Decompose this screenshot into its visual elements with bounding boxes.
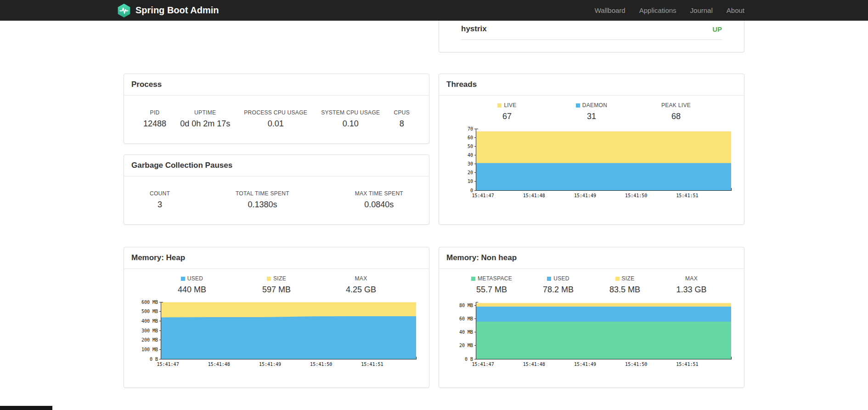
svg-text:15:41:47: 15:41:47 (157, 362, 179, 367)
svg-text:400 MB: 400 MB (141, 319, 158, 324)
metric-gc-max-time: MAX TIME SPENT 0.0840s (355, 190, 403, 210)
brand-title: Spring Boot Admin (135, 5, 219, 16)
navbar-inner: Spring Boot Admin Wallboard Applications… (124, 0, 744, 21)
metric-pid: PID 12488 (143, 109, 166, 129)
svg-text:15:41:48: 15:41:48 (523, 362, 545, 367)
health-service-name: hystrix (461, 24, 487, 34)
svg-text:15:41:48: 15:41:48 (208, 362, 230, 367)
memory-heap-chart: 0 B100 MB200 MB300 MB400 MB500 MB600 MB1… (131, 299, 421, 369)
main-content: hystrix UP Process PID 12488 UPTIME 0d 0… (124, 21, 744, 388)
memory-nonheap-body: METASPACE 55.7 MB USED 78.2 MB (439, 269, 744, 387)
svg-text:15:41:49: 15:41:49 (574, 193, 596, 198)
svg-text:40 MB: 40 MB (459, 330, 473, 335)
threads-panel: Threads LIVE 67 DAEMON (439, 74, 744, 225)
svg-text:15:41:48: 15:41:48 (523, 193, 545, 198)
gc-panel-title: Garbage Collection Pauses (124, 155, 429, 177)
nav-links: Wallboard Applications Journal About (595, 6, 744, 14)
svg-text:30: 30 (468, 161, 473, 166)
status-badge: UP (712, 25, 722, 33)
svg-text:500 MB: 500 MB (141, 309, 158, 314)
metric-uptime: UPTIME 0d 0h 2m 17s (180, 109, 230, 129)
process-panel-title: Process (124, 74, 429, 96)
navbar: Spring Boot Admin Wallboard Applications… (0, 0, 868, 21)
nonheap-metrics: METASPACE 55.7 MB USED 78.2 MB (446, 275, 737, 295)
metric-threads-peak-live: PEAK LIVE 68 (634, 102, 718, 121)
svg-text:10: 10 (468, 179, 473, 184)
svg-text:100 MB: 100 MB (141, 347, 158, 352)
metric-threads-live: LIVE 67 (465, 102, 549, 121)
heap-used-legend-swatch (181, 277, 185, 281)
nav-item-journal[interactable]: Journal (690, 6, 713, 14)
metric-gc-total-time: TOTAL TIME SPENT 0.1380s (236, 190, 289, 210)
svg-text:300 MB: 300 MB (141, 328, 158, 333)
metric-gc-count: COUNT 3 (150, 190, 170, 210)
process-metrics: PID 12488 UPTIME 0d 0h 2m 17s PROCESS CP… (124, 96, 429, 143)
svg-text:15:41:50: 15:41:50 (310, 362, 332, 367)
metric-nonheap-used: USED 78.2 MB (525, 275, 592, 295)
metric-nonheap-metaspace: METASPACE 55.7 MB (458, 275, 525, 295)
svg-text:15:41:51: 15:41:51 (676, 362, 698, 367)
svg-text:20: 20 (468, 170, 473, 175)
bottom-row: Memory: Heap USED 440 MB SIZE (124, 247, 744, 388)
metric-system-cpu-usage: SYSTEM CPU USAGE 0.10 (321, 109, 380, 129)
metric-process-cpu-usage: PROCESS CPU USAGE 0.01 (244, 109, 307, 129)
bottom-left-dark-fragment (0, 406, 52, 410)
heap-metrics: USED 440 MB SIZE 597 MB MAX 4.25 GB (131, 275, 422, 295)
svg-text:15:41:51: 15:41:51 (676, 193, 698, 198)
svg-text:200 MB: 200 MB (141, 337, 158, 342)
svg-text:15:41:51: 15:41:51 (361, 362, 383, 367)
nav-item-about[interactable]: About (727, 6, 744, 14)
nonheap-size-legend-swatch (615, 277, 620, 281)
svg-text:0 B: 0 B (465, 357, 473, 362)
svg-text:0: 0 (470, 188, 473, 193)
svg-text:50: 50 (468, 144, 473, 149)
gc-metrics: COUNT 3 TOTAL TIME SPENT 0.1380s MAX TIM… (124, 177, 429, 224)
svg-text:20 MB: 20 MB (459, 343, 473, 348)
svg-text:40: 40 (468, 153, 473, 158)
heap-size-legend-swatch (267, 277, 271, 281)
svg-text:60 MB: 60 MB (459, 316, 473, 321)
health-panel: hystrix UP (439, 21, 744, 52)
brand-link[interactable]: Spring Boot Admin (117, 3, 219, 18)
live-legend-swatch (497, 103, 502, 108)
gc-panel: Garbage Collection Pauses COUNT 3 TOTAL … (124, 154, 429, 225)
process-panel: Process PID 12488 UPTIME 0d 0h 2m 17s PR… (124, 74, 429, 144)
svg-text:15:41:49: 15:41:49 (259, 362, 281, 367)
svg-text:15:41:50: 15:41:50 (625, 362, 647, 367)
memory-heap-panel-title: Memory: Heap (124, 247, 429, 269)
top-row-spacer (124, 21, 429, 52)
svg-text:600 MB: 600 MB (141, 300, 158, 305)
metric-heap-max: MAX 4.25 GB (319, 275, 403, 295)
threads-metrics: LIVE 67 DAEMON 31 PEAK LIVE 68 (446, 102, 737, 121)
memory-nonheap-panel: Memory: Non heap METASPACE 55.7 MB USED (439, 247, 744, 388)
svg-text:60: 60 (468, 135, 473, 140)
daemon-legend-swatch (576, 103, 580, 108)
memory-heap-body: USED 440 MB SIZE 597 MB MAX 4.25 GB (124, 269, 429, 387)
svg-text:80 MB: 80 MB (459, 303, 473, 308)
health-row-hystrix: hystrix UP (461, 21, 722, 40)
metric-heap-size: SIZE 597 MB (234, 275, 319, 295)
memory-heap-panel: Memory: Heap USED 440 MB SIZE (124, 247, 429, 388)
svg-text:15:41:50: 15:41:50 (625, 193, 647, 198)
threads-panel-title: Threads (439, 74, 744, 96)
threads-body: LIVE 67 DAEMON 31 PEAK LIVE 68 (439, 96, 744, 207)
nav-item-applications[interactable]: Applications (639, 6, 676, 14)
memory-nonheap-panel-title: Memory: Non heap (439, 247, 744, 269)
svg-text:15:41:47: 15:41:47 (472, 362, 494, 367)
svg-text:15:41:47: 15:41:47 (472, 193, 494, 198)
middle-row: Process PID 12488 UPTIME 0d 0h 2m 17s PR… (124, 74, 744, 225)
svg-text:70: 70 (468, 126, 473, 131)
metric-cpus: CPUS 8 (394, 109, 410, 129)
threads-chart: 01020304050607015:41:4715:41:4815:41:491… (446, 126, 736, 200)
spring-boot-admin-logo-icon (117, 3, 131, 18)
top-row: hystrix UP (124, 21, 744, 52)
metric-nonheap-size: SIZE 83.5 MB (592, 275, 658, 295)
metric-heap-used: USED 440 MB (150, 275, 234, 295)
left-column: Process PID 12488 UPTIME 0d 0h 2m 17s PR… (124, 74, 429, 225)
memory-nonheap-chart: 0 B20 MB40 MB60 MB80 MB15:41:4715:41:481… (446, 299, 736, 369)
metric-threads-daemon: DAEMON 31 (549, 102, 634, 121)
nonheap-used-legend-swatch (547, 277, 551, 281)
svg-text:15:41:49: 15:41:49 (574, 362, 596, 367)
nav-item-wallboard[interactable]: Wallboard (595, 6, 626, 14)
metaspace-legend-swatch (471, 277, 475, 281)
